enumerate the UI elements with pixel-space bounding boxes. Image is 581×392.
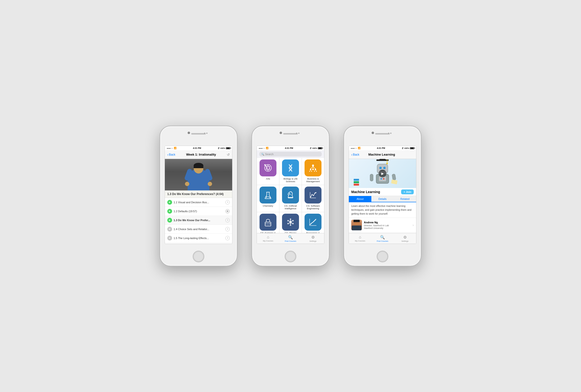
nav-title-1: Week 1: Irrationality bbox=[175, 153, 227, 156]
category-cs-se[interactable]: CS: Software Engineering bbox=[302, 185, 324, 212]
back-chevron-1: ‹ bbox=[167, 153, 168, 157]
course-hero-image[interactable]: ▶ bbox=[349, 159, 416, 188]
chemistry-label: Chemistry bbox=[263, 204, 273, 207]
svg-point-28 bbox=[266, 197, 267, 198]
lesson-text-4: 1.4 Choice Sets and Relativi... bbox=[174, 228, 224, 231]
svg-line-18 bbox=[313, 166, 316, 169]
dot-3 bbox=[296, 133, 297, 134]
svg-line-26 bbox=[316, 170, 316, 171]
download-btn-5[interactable]: ⇩ bbox=[226, 236, 230, 240]
status-right-3: ⮃ 100% bbox=[402, 147, 414, 149]
tab-settings-2[interactable]: ⚙ Settings bbox=[302, 233, 324, 244]
join-button[interactable]: + Join bbox=[401, 189, 414, 194]
lesson-list-1[interactable]: ▶ 1.1 Visual and Decision Illus... ⇩ ▶ 1… bbox=[165, 198, 232, 244]
dot-1 bbox=[204, 133, 205, 134]
category-cs-ai[interactable]: CS: Artificial Intelligence bbox=[279, 185, 302, 212]
svg-point-13 bbox=[310, 169, 311, 170]
svg-point-38 bbox=[314, 193, 316, 194]
svg-point-42 bbox=[267, 223, 268, 224]
back-label-3[interactable]: Back bbox=[353, 153, 360, 156]
tab-related[interactable]: Related bbox=[394, 196, 416, 202]
play-btn-1[interactable]: ▶ bbox=[167, 200, 172, 205]
dot-4 bbox=[298, 133, 300, 134]
video-thumbnail-1[interactable] bbox=[165, 159, 232, 190]
play-btn-5[interactable]: ▶ bbox=[167, 236, 172, 241]
signal-dots-3: ●●●○○ bbox=[351, 147, 357, 149]
camera-3 bbox=[372, 132, 374, 134]
play-btn-2[interactable]: ▶ bbox=[167, 209, 172, 214]
tab-label-settings-3: Settings bbox=[401, 240, 408, 242]
status-bar-3: ●●●○○ 📶 4:21 PM ⮃ 100% bbox=[349, 146, 416, 150]
battery-fill-1 bbox=[226, 148, 230, 149]
tab-details[interactable]: Details bbox=[371, 196, 394, 202]
svg-point-20 bbox=[311, 171, 312, 172]
category-arts[interactable]: Arts bbox=[257, 158, 279, 185]
cs-ai-label: CS: Artificial Intelligence bbox=[280, 204, 301, 210]
tab-label-my-courses-2: My Courses bbox=[263, 240, 273, 242]
tab-settings-3[interactable]: ⚙ Settings bbox=[394, 233, 416, 244]
category-chemistry[interactable]: Chemistry bbox=[257, 185, 279, 212]
lesson-item-5[interactable]: ▶ 1.5 The Long-lasting Effects... ⇩ bbox=[165, 234, 232, 243]
business-label: Business & Management bbox=[303, 177, 323, 183]
instructor-row[interactable]: Andrew Ng Director, Stanford AI Lab Stan… bbox=[349, 218, 416, 233]
business-icon bbox=[308, 163, 318, 173]
dot-5 bbox=[388, 133, 389, 134]
camera-1 bbox=[188, 132, 190, 134]
cs-sec-icon-box bbox=[260, 214, 276, 231]
category-biology[interactable]: Biology & Life Sciences bbox=[279, 158, 302, 185]
phone-2: ●●●○○ 📶 4:21 PM ⮃ 100% 🔍 Search bbox=[252, 126, 329, 266]
download-btn-1[interactable]: ⇩ bbox=[226, 200, 230, 204]
tab-my-courses-2[interactable]: ⌂ My Courses bbox=[257, 233, 279, 244]
search-bar: 🔍 Search bbox=[257, 150, 324, 158]
nav-bar-1: ‹ Back Week 1: Irrationality ↺ bbox=[165, 150, 232, 159]
play-btn-3[interactable]: ▶ bbox=[167, 218, 172, 223]
gear-icon-3: ⚙ bbox=[403, 235, 407, 240]
tab-label-my-courses-3: My Courses bbox=[355, 240, 365, 242]
lesson-item-3[interactable]: ▶ 1.3 Do We Know Our Prefer... ⇩ bbox=[165, 216, 232, 225]
nav-action-1[interactable]: ↺ bbox=[227, 153, 230, 157]
econ-icon-box bbox=[304, 214, 322, 231]
download-btn-2[interactable]: ■ bbox=[226, 209, 230, 213]
svg-point-12 bbox=[312, 165, 314, 166]
category-business[interactable]: Business & Management bbox=[302, 158, 324, 185]
cs-theory-icon bbox=[286, 217, 295, 227]
download-btn-4[interactable]: ⇩ bbox=[226, 227, 230, 231]
back-label-1[interactable]: Back bbox=[169, 153, 176, 156]
screen-2: ●●●○○ 📶 4:21 PM ⮃ 100% 🔍 Search bbox=[256, 146, 324, 244]
category-cs-theory[interactable]: CS: Theory bbox=[279, 212, 302, 233]
signal-dots-1: ●●●○○ bbox=[167, 147, 173, 149]
lesson-item-1[interactable]: ▶ 1.1 Visual and Decision Illus... ⇩ bbox=[165, 198, 232, 207]
category-cs-sec[interactable]: CS: Systems & Security bbox=[257, 212, 279, 233]
tab-about[interactable]: About bbox=[349, 196, 371, 202]
tab-my-courses-3[interactable]: ⌂ My Courses bbox=[349, 233, 371, 244]
course-description: Learn about the most effective machine l… bbox=[349, 202, 416, 218]
back-button-3[interactable]: ‹ Back bbox=[351, 153, 359, 157]
svg-point-35 bbox=[310, 196, 311, 197]
lesson-item-2[interactable]: ▶ 1.2 Defaults (19:57) ■ bbox=[165, 207, 232, 216]
time-1: 4:21 PM bbox=[193, 147, 201, 149]
search-input-box[interactable]: 🔍 Search bbox=[259, 152, 322, 157]
instructor-university: Stanford University bbox=[364, 227, 410, 229]
tab-bar-2: ⌂ My Courses 🔍 Find Courses ⚙ Settings bbox=[257, 233, 324, 244]
play-btn-4[interactable]: ▶ bbox=[167, 227, 172, 232]
back-chevron-3: ‹ bbox=[351, 153, 352, 157]
download-btn-3[interactable]: ⇩ bbox=[226, 218, 230, 222]
phone-dots-2 bbox=[296, 133, 300, 134]
play-overlay-button[interactable]: ▶ bbox=[378, 170, 386, 177]
tab-find-courses-3[interactable]: 🔍 Find Courses bbox=[371, 233, 394, 244]
instructor-info: Andrew Ng Director, Stanford AI Lab Stan… bbox=[364, 221, 410, 229]
svg-point-43 bbox=[268, 223, 269, 224]
lesson-text-1: 1.1 Visual and Decision Illus... bbox=[174, 201, 224, 204]
battery-fill-2 bbox=[318, 148, 322, 149]
current-lesson-text: 1.3 Do We Know Our Preferences? (4:04) bbox=[167, 192, 230, 196]
svg-point-5 bbox=[267, 169, 269, 171]
category-econ[interactable]: Economics & Finance bbox=[302, 212, 324, 233]
tab-find-courses-2[interactable]: 🔍 Find Courses bbox=[279, 233, 302, 244]
camera-2 bbox=[280, 132, 282, 134]
lesson-item-4[interactable]: ▶ 1.4 Choice Sets and Relativi... ⇩ bbox=[165, 225, 232, 234]
cs-ai-icon-box bbox=[282, 187, 299, 204]
back-button-1[interactable]: ‹ Back bbox=[167, 153, 175, 157]
course-title: Machine Learning bbox=[351, 190, 380, 194]
instructor-video-person bbox=[184, 160, 213, 190]
svg-point-36 bbox=[312, 194, 312, 195]
